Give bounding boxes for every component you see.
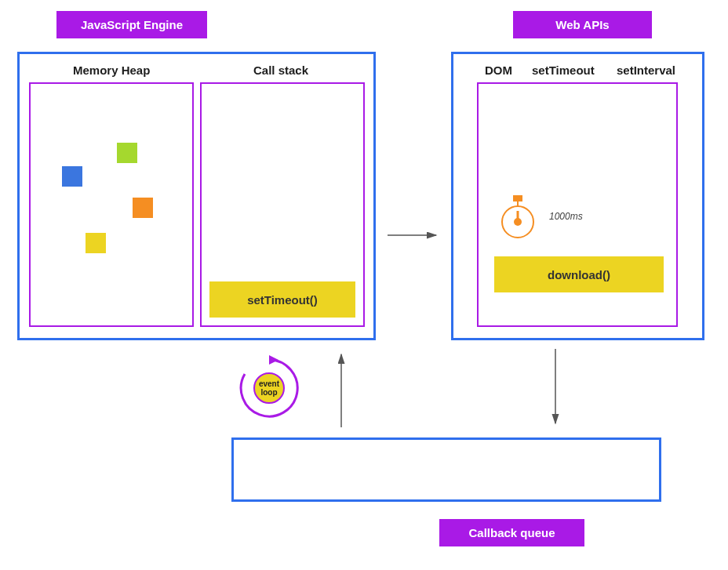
timer-icon [494,194,541,241]
dom-heading: DOM [485,64,512,77]
event-loop-circle: event loop [253,372,285,404]
js-engine-tag: JavaScript Engine [56,11,207,38]
event-loop-label: event loop [259,379,279,397]
settimeout-heading: setTimeout [532,64,595,77]
call-stack-box: setTimeout() [200,82,365,327]
svg-rect-0 [513,195,522,201]
call-stack-heading: Call stack [253,64,308,77]
js-engine-panel: Memory Heap Call stack setTimeout() [17,52,376,340]
heap-block [62,166,82,187]
svg-marker-5 [269,355,278,365]
web-api-callback-download: download() [494,256,664,292]
web-apis-panel: DOM setTimeout setInterval 1000ms downlo… [451,52,704,340]
callback-queue-panel [231,437,661,502]
heap-block [117,143,137,163]
heap-block [133,198,153,218]
memory-heap-heading: Memory Heap [73,64,150,77]
heap-block [86,233,106,253]
setinterval-heading: setInterval [617,64,675,77]
timer-value: 1000ms [549,211,583,222]
call-stack-frame-settimeout: setTimeout() [209,281,355,318]
web-apis-tag: Web APIs [513,11,652,38]
web-apis-box: 1000ms download() [477,82,678,327]
memory-heap-box [29,82,194,327]
callback-queue-tag: Callback queue [439,519,584,546]
